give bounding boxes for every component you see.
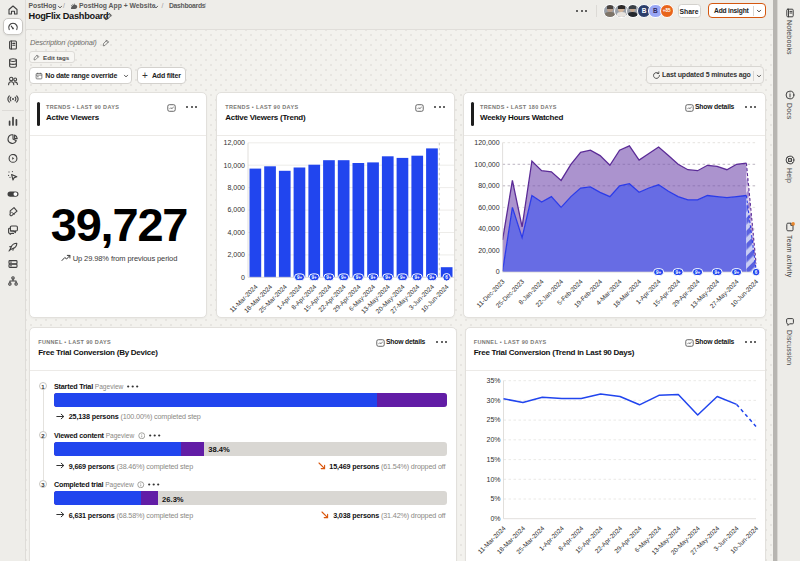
svg-text:2,000: 2,000 xyxy=(227,251,245,258)
svg-text:20%: 20% xyxy=(486,436,500,443)
svg-text:35%: 35% xyxy=(486,377,500,384)
svg-text:120,000: 120,000 xyxy=(474,139,499,146)
svg-text:9+: 9+ xyxy=(356,275,362,280)
svg-text:100,000: 100,000 xyxy=(474,161,499,168)
svg-text:4,000: 4,000 xyxy=(227,229,245,236)
svg-text:10%: 10% xyxy=(486,476,500,483)
svg-text:5%: 5% xyxy=(490,495,500,502)
svg-text:0%: 0% xyxy=(490,515,500,522)
svg-text:0: 0 xyxy=(496,268,500,275)
svg-text:6: 6 xyxy=(445,275,448,280)
svg-text:15%: 15% xyxy=(486,456,500,463)
svg-text:80,000: 80,000 xyxy=(478,182,500,189)
svg-text:9+: 9+ xyxy=(370,275,376,280)
svg-text:9+: 9+ xyxy=(297,275,303,280)
svg-text:9+: 9+ xyxy=(385,275,391,280)
svg-text:9+: 9+ xyxy=(429,275,435,280)
svg-text:40,000: 40,000 xyxy=(478,225,500,232)
svg-text:6,000: 6,000 xyxy=(227,206,245,213)
svg-text:9+: 9+ xyxy=(675,270,681,275)
svg-text:30%: 30% xyxy=(486,397,500,404)
svg-text:8,000: 8,000 xyxy=(227,184,245,191)
svg-text:10,000: 10,000 xyxy=(224,162,246,169)
svg-text:9+: 9+ xyxy=(695,270,701,275)
svg-text:60,000: 60,000 xyxy=(478,204,500,211)
svg-text:9+: 9+ xyxy=(312,275,318,280)
svg-text:9+: 9+ xyxy=(734,270,740,275)
svg-text:9+: 9+ xyxy=(326,275,332,280)
svg-text:0: 0 xyxy=(241,274,245,281)
svg-text:9+: 9+ xyxy=(341,275,347,280)
svg-text:9+: 9+ xyxy=(714,270,720,275)
svg-text:25%: 25% xyxy=(486,416,500,423)
svg-text:9+: 9+ xyxy=(656,270,662,275)
svg-text:9+: 9+ xyxy=(415,275,421,280)
svg-text:12,000: 12,000 xyxy=(224,139,246,146)
svg-text:6: 6 xyxy=(755,270,758,275)
svg-text:9+: 9+ xyxy=(400,275,406,280)
svg-text:20,000: 20,000 xyxy=(478,247,500,254)
